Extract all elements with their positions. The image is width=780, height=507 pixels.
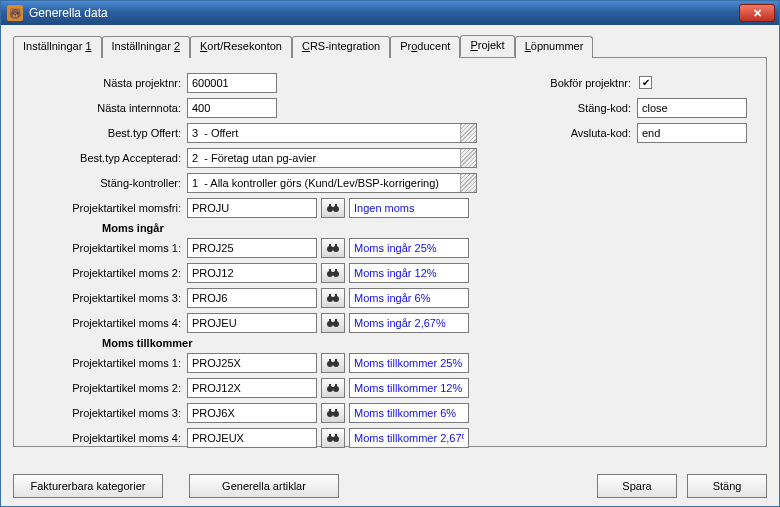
svg-rect-29 [335,359,337,362]
close-icon: ✕ [753,7,762,20]
moms-tillkommer-label: Projektartikel moms 2: [32,382,187,394]
svg-rect-19 [335,294,337,297]
label-nasta-projektnr: Nästa projektnr: [32,77,187,89]
titlebar: 🐻 Generella data ✕ [1,1,779,25]
binoculars-icon [326,407,340,419]
tab-projekt[interactable]: Projekt [460,35,514,57]
moms-tillkommer-desc [349,428,469,448]
tab-inst-llningar1[interactable]: Inställningar 1 [13,36,102,58]
moms-tillkommer-row: Projektartikel moms 1: [32,352,522,373]
section-moms-tillkommer: Moms tillkommer [32,337,522,349]
tab-strip: Inställningar 1Inställningar 2Kort/Resek… [13,35,767,57]
label-nasta-internnota: Nästa internnota: [32,102,187,114]
moms-tillkommer-desc [349,403,469,423]
tab-kort-resekonton[interactable]: Kort/Resekonton [190,36,292,58]
moms-tillkommer-desc [349,353,469,373]
label-stang-kontroller: Stäng-kontroller: [32,177,187,189]
moms-ingar-code-input[interactable] [187,263,317,283]
moms-ingar-label: Projektartikel moms 4: [32,317,187,329]
svg-rect-18 [329,294,331,297]
tab-oducent[interactable]: Producent [390,36,460,58]
app-icon: 🐻 [7,5,23,21]
tab-inst-llningar2[interactable]: Inställningar 2 [102,36,191,58]
moms-tillkommer-lookup-button[interactable] [321,378,345,398]
svg-rect-34 [335,384,337,387]
svg-rect-32 [331,387,335,389]
moms-ingar-desc [349,238,469,258]
moms-tillkommer-row: Projektartikel moms 3: [32,402,522,423]
svg-rect-38 [329,409,331,412]
binoculars-icon [326,432,340,444]
label-bokfor-projektnr: Bokför projektnr: [542,77,637,89]
binoculars-icon [326,242,340,254]
label-besttyp-accepterad: Best.typ Accepterad: [32,152,187,164]
moms-tillkommer-code-input[interactable] [187,428,317,448]
moms-ingar-label: Projektartikel moms 1: [32,242,187,254]
stang-button[interactable]: Stäng [687,474,767,498]
tab-crs-integration[interactable]: CRS-integration [292,36,390,58]
besttyp-accepterad-combo[interactable] [187,148,477,168]
moms-tillkommer-desc [349,378,469,398]
moms-ingar-code-input[interactable] [187,238,317,258]
label-momsfri: Projektartikel momsfri: [32,202,187,214]
moms-ingar-label: Projektartikel moms 2: [32,267,187,279]
moms-tillkommer-code-input[interactable] [187,353,317,373]
generella-artiklar-button[interactable]: Generella artiklar [189,474,339,498]
moms-ingar-desc [349,263,469,283]
moms-ingar-desc [349,288,469,308]
fakturerbara-kategorier-button[interactable]: Fakturerbara kategorier [13,474,163,498]
binoculars-icon [326,267,340,279]
momsfri-desc [349,198,469,218]
svg-rect-44 [335,434,337,437]
svg-rect-42 [331,437,335,439]
left-column: Nästa projektnr: Nästa internnota: Best.… [32,72,522,452]
moms-ingar-row: Projektartikel moms 2: [32,262,522,283]
label-besttyp-offert: Best.typ Offert: [32,127,187,139]
svg-rect-13 [329,269,331,272]
client-area: Inställningar 1Inställningar 2Kort/Resek… [1,25,779,506]
moms-tillkommer-lookup-button[interactable] [321,428,345,448]
binoculars-icon [326,202,340,214]
moms-ingar-row: Projektartikel moms 4: [32,312,522,333]
momsfri-code-input[interactable] [187,198,317,218]
svg-rect-4 [335,204,337,207]
moms-tillkommer-lookup-button[interactable] [321,403,345,423]
binoculars-icon [326,357,340,369]
stang-kontroller-combo[interactable] [187,173,477,193]
label-avsluta-kod: Avsluta-kod: [542,127,637,139]
moms-ingar-lookup-button[interactable] [321,288,345,308]
svg-rect-37 [331,412,335,414]
avsluta-kod-input[interactable] [637,123,747,143]
moms-tillkommer-row: Projektartikel moms 4: [32,427,522,448]
nasta-projektnr-input[interactable] [187,73,277,93]
window-title: Generella data [29,6,739,20]
tab-l-pnummer[interactable]: Löpnummer [515,36,594,58]
moms-ingar-lookup-button[interactable] [321,313,345,333]
moms-tillkommer-code-input[interactable] [187,378,317,398]
svg-rect-24 [335,319,337,322]
moms-ingar-code-input[interactable] [187,288,317,308]
stang-kod-input[interactable] [637,98,747,118]
svg-rect-12 [331,272,335,274]
moms-ingar-code-input[interactable] [187,313,317,333]
binoculars-icon [326,292,340,304]
moms-tillkommer-label: Projektartikel moms 4: [32,432,187,444]
svg-rect-14 [335,269,337,272]
svg-rect-39 [335,409,337,412]
svg-rect-22 [331,322,335,324]
lookup-momsfri-button[interactable] [321,198,345,218]
right-column: Bokför projektnr: ✔ Stäng-kod: Avsluta-k… [542,72,748,452]
moms-ingar-lookup-button[interactable] [321,238,345,258]
moms-tillkommer-lookup-button[interactable] [321,353,345,373]
moms-tillkommer-code-input[interactable] [187,403,317,423]
moms-tillkommer-row: Projektartikel moms 2: [32,377,522,398]
moms-ingar-lookup-button[interactable] [321,263,345,283]
nasta-internnota-input[interactable] [187,98,277,118]
besttyp-offert-combo[interactable] [187,123,477,143]
moms-ingar-row: Projektartikel moms 3: [32,287,522,308]
tab-panel-projekt: Nästa projektnr: Nästa internnota: Best.… [13,57,767,447]
spara-button[interactable]: Spara [597,474,677,498]
close-button[interactable]: ✕ [739,4,775,22]
bokfor-projektnr-checkbox[interactable]: ✔ [639,76,652,89]
svg-rect-43 [329,434,331,437]
